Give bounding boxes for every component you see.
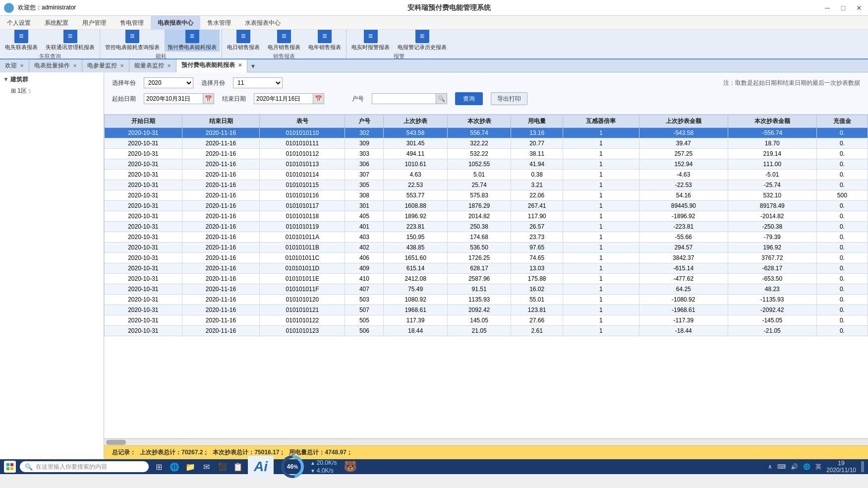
col-start-date: 开始日期 [105,115,182,128]
year-select[interactable]: 2019 2020 2021 [144,77,193,88]
tab-prepaid-report[interactable]: 预付费电表能耗报表 ✕ [176,60,247,72]
year-label: 选择年份 [112,79,136,87]
taskbar-show-desktop[interactable] [861,461,864,472]
right-panel: 选择年份 2019 2020 2021 选择月份 1234 5678 91011… [104,72,868,459]
table-row[interactable]: 2020-10-312020-11-1601010101143074.635.0… [105,170,868,180]
report-group-disconnect-items: ≡ 电失联表报表 ≡ 失联通讯管理机报表 [2,30,98,52]
report-btn-realtime-alarm[interactable]: ≡ 电实时报警报表 [348,30,393,52]
table-row[interactable]: 2020-10-312020-11-160101010111309301.453… [105,138,868,149]
network-speed: ▲ 20.0K/s ▼ 4.0K/s [310,459,337,474]
user-no-input[interactable] [372,93,436,104]
prepaid-energy-label: 预付费电表能耗报表 [168,44,217,51]
report-btn-comm-disconnect[interactable]: ≡ 失联通讯管理机报表 [43,30,98,52]
taskbar-lang[interactable]: 英 [815,463,821,471]
report-group-alarm-items: ≡ 电实时报警报表 ≡ 电报警记录历史报表 [348,30,450,52]
query-button[interactable]: 查询 [455,92,483,105]
user-no-search-button[interactable]: 🔍 [436,93,447,104]
taskbar-volume-icon[interactable]: 🔊 [791,463,798,470]
col-meter-no: 表号 [260,115,345,128]
table-row[interactable]: 2020-10-312020-11-16010101011D409615.146… [105,263,868,274]
menu-meter-report-center[interactable]: 电表报表中心 [151,16,200,30]
report-group-energy: ≡ 管控电表能耗查询报表 ≡ 预付费电表能耗报表 能耗 [100,30,222,60]
taskbar-search-bar[interactable]: 🔍 在这里输入你要搜索的内容 [20,461,149,472]
minimize-button[interactable]: ─ [822,3,832,13]
report-group-alarm: ≡ 电实时报警报表 ≡ 电报警记录历史报表 报警 [347,30,452,60]
menu-electricity-sales[interactable]: 售电管理 [113,16,151,30]
title-bar-left: 欢迎您：administrator [4,3,76,13]
close-button[interactable]: ✕ [854,3,864,13]
tree-item-zone1[interactable]: ⊞ 1区： [3,86,101,96]
report-btn-yearly-sales[interactable]: ≡ 电年销售报表 [305,30,344,52]
table-row[interactable]: 2020-10-312020-11-16010101011B402438.855… [105,243,868,253]
taskbar-network-icon[interactable]: 🌐 [803,463,810,470]
end-date-calendar-button[interactable]: 📅 [313,93,324,104]
report-btn-daily-sales[interactable]: ≡ 电日销售报表 [224,30,263,52]
maximize-button[interactable]: □ [838,3,848,13]
table-row[interactable]: 2020-10-312020-11-16010101011530522.5325… [105,180,868,190]
daily-sales-icon: ≡ [236,30,250,43]
taskbar-keyboard-icon[interactable]: ⌨ [777,463,786,470]
tab-welcome[interactable]: 欢迎 ✕ [0,60,29,72]
table-row[interactable]: 2020-10-312020-11-160101010116308553.775… [105,190,868,201]
tab-batch-operation[interactable]: 电表批量操作 ✕ [29,60,82,72]
table-row[interactable]: 2020-10-312020-11-1601010101215071968.61… [105,305,868,315]
export-button[interactable]: 导出打印 [491,92,527,105]
start-button[interactable] [4,461,16,473]
ai-label[interactable]: Ai [248,456,274,478]
tab-prepaid-close[interactable]: ✕ [238,62,242,68]
table-row[interactable]: 2020-10-312020-11-160101010110302543.585… [105,128,868,138]
start-date-calendar-button[interactable]: 📅 [203,93,214,104]
table-row[interactable]: 2020-10-312020-11-160101010112303494.115… [105,149,868,159]
comm-disconnect-icon: ≡ [63,30,77,43]
data-table-wrapper: 开始日期 结束日期 表号 户号 上次抄表 本次抄表 用电量 互感器倍率 上次抄表… [104,115,868,438]
tab-energy-label: 能量表监控 [134,61,164,70]
user-avatar-icon [4,3,14,13]
tab-batch-close[interactable]: ✕ [73,63,77,68]
table-row[interactable]: 2020-10-312020-11-160101010119401223.812… [105,222,868,232]
menu-water-report-center[interactable]: 水表报表中心 [238,16,288,30]
table-row[interactable]: 2020-10-312020-11-1601010101184051896.92… [105,211,868,222]
scrollbar-thumb[interactable] [106,440,126,445]
table-row[interactable]: 2020-10-312020-11-16010101011E4102412.08… [105,274,868,284]
end-date-input[interactable] [254,93,313,104]
alarm-history-icon: ≡ [415,30,429,43]
taskbar-up-arrow[interactable]: ∧ [768,463,772,470]
tab-electric-monitor[interactable]: 电参量监控 ✕ [82,60,129,72]
table-row[interactable]: 2020-10-312020-11-16010101011C4061651.60… [105,253,868,263]
table-row[interactable]: 2020-10-312020-11-1601010101205031080.92… [105,295,868,305]
table-row[interactable]: 2020-10-312020-11-16010101011F40775.4991… [105,284,868,295]
menu-system-config[interactable]: 系统配置 [38,16,75,30]
month-select[interactable]: 1234 5678 9101112 [233,77,283,88]
start-date-input[interactable] [144,93,203,104]
tab-welcome-close[interactable]: ✕ [20,63,24,68]
taskbar-app2-icon[interactable]: 📋 [232,461,244,473]
table-row[interactable]: 2020-10-312020-11-16010101012350618.4421… [105,326,868,336]
table-row[interactable]: 2020-10-312020-11-160101010122505117.391… [105,315,868,326]
menu-personal-settings[interactable]: 个人设置 [0,16,38,30]
tab-energy-close[interactable]: ✕ [167,63,171,68]
report-btn-prepaid-energy[interactable]: ≡ 预付费电表能耗报表 [165,30,220,52]
tab-energy-monitor[interactable]: 能量表监控 ✕ [129,60,176,72]
table-row[interactable]: 2020-10-312020-11-1601010101133061010.61… [105,159,868,170]
title-buttons: ─ □ ✕ [822,3,864,13]
tab-add-button[interactable]: ▾ [247,62,259,70]
report-btn-meter-disconnect[interactable]: ≡ 电失联表报表 [2,30,41,52]
report-btn-alarm-history[interactable]: ≡ 电报警记录历史报表 [395,30,450,52]
table-row[interactable]: 2020-10-312020-11-16010101011A403150.951… [105,232,868,243]
taskbar-task-view-icon[interactable]: ⊞ [153,461,165,473]
report-btn-monthly-sales[interactable]: ≡ 电月销售报表 [265,30,303,52]
taskbar-edge-icon[interactable]: 🌐 [169,461,180,473]
table-row[interactable]: 2020-10-312020-11-1601010101173011608.88… [105,201,868,211]
menu-water-sales[interactable]: 售水管理 [200,16,238,30]
taskbar-mail-icon[interactable]: ✉ [200,461,212,473]
menu-user-management[interactable]: 用户管理 [75,16,113,30]
tab-electric-close[interactable]: ✕ [120,63,124,68]
report-btn-meter-energy[interactable]: ≡ 管控电表能耗查询报表 [102,30,163,52]
horizontal-scrollbar[interactable] [104,438,868,445]
taskbar-app1-icon[interactable]: ⬛ [216,461,228,473]
realtime-alarm-icon: ≡ [364,30,378,43]
svg-rect-2 [6,467,9,470]
tree-group-label: 建筑群 [10,76,28,83]
taskbar-explorer-icon[interactable]: 📁 [184,461,196,473]
taskbar-right: ∧ ⌨ 🔊 🌐 英 19 2020/11/10 [768,460,864,474]
